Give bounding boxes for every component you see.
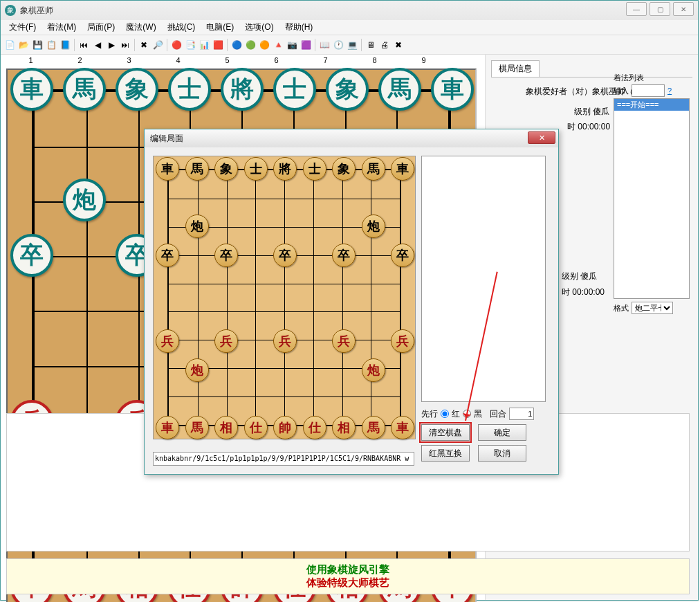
piece[interactable]: 炮 — [185, 215, 209, 238]
menu-help[interactable]: 帮助(H) — [279, 20, 319, 35]
piece[interactable]: 馬 — [185, 416, 209, 439]
turn-spinner[interactable] — [509, 408, 534, 420]
toolbar-button[interactable]: ⏮ — [77, 39, 90, 51]
piece[interactable]: 卒 — [156, 244, 179, 267]
piece[interactable]: 仕 — [244, 416, 268, 439]
piece[interactable]: 車 — [156, 157, 179, 181]
toolbar-button[interactable]: 🟢 — [244, 39, 257, 51]
toolbar-button[interactable]: 💾 — [31, 39, 44, 51]
clear-board-button[interactable]: 清空棋盘 — [421, 424, 470, 441]
fen-input[interactable]: knbakabnr/9/1c5c1/p1p1p1p1p/9/9/P1P1P1P1… — [153, 452, 414, 466]
piece[interactable]: 兵 — [214, 329, 238, 353]
piece[interactable]: 馬 — [63, 68, 106, 111]
toolbar-button[interactable]: 🔎 — [151, 39, 164, 51]
piece[interactable]: 卒 — [10, 234, 53, 277]
menu-move[interactable]: 着法(M) — [42, 20, 82, 35]
piece[interactable]: 車 — [431, 68, 474, 111]
cancel-button[interactable]: 取消 — [478, 445, 526, 462]
toolbar-button[interactable]: 🟠 — [258, 39, 270, 51]
piece[interactable]: 士 — [273, 68, 316, 111]
piece[interactable]: 車 — [10, 68, 53, 111]
toolbar-button[interactable]: ✖ — [392, 39, 405, 51]
piece[interactable]: 士 — [168, 68, 211, 111]
toolbar-button[interactable]: ⏭ — [119, 39, 131, 51]
toolbar-button[interactable]: 🖥 — [365, 39, 377, 51]
piece[interactable]: 兵 — [391, 329, 414, 353]
piece[interactable]: 象 — [214, 157, 238, 181]
menu-position[interactable]: 局面(P) — [82, 20, 120, 35]
toolbar-button[interactable]: 🔺 — [272, 39, 284, 51]
ok-button[interactable]: 确定 — [478, 424, 526, 441]
piece[interactable]: 相 — [332, 416, 356, 439]
dialog-titlebar[interactable]: 编辑局面 ✕ — [145, 129, 558, 147]
menu-file[interactable]: 文件(F) — [3, 20, 42, 35]
toolbar-button[interactable]: 🖨 — [378, 39, 391, 51]
toolbar-button[interactable]: ✖ — [138, 39, 150, 51]
input-label: 输入 — [614, 86, 629, 96]
piece[interactable]: 卒 — [332, 244, 356, 267]
toolbar-button[interactable]: 📑 — [184, 39, 196, 51]
piece[interactable]: 炮 — [362, 358, 385, 382]
menu-options[interactable]: 选项(O) — [239, 20, 279, 35]
menu-magic[interactable]: 魔法(W) — [120, 20, 161, 35]
piece[interactable]: 兵 — [332, 329, 356, 353]
piece[interactable]: 馬 — [362, 157, 385, 181]
piece[interactable]: 車 — [391, 157, 414, 181]
toolbar-button[interactable]: 💻 — [346, 39, 358, 51]
piece[interactable]: 象 — [116, 68, 158, 111]
piece[interactable]: 士 — [244, 157, 268, 181]
piece[interactable]: 將 — [221, 68, 264, 111]
minimize-button[interactable]: — — [626, 2, 647, 16]
piece[interactable]: 炮 — [63, 179, 106, 221]
piece[interactable]: 相 — [214, 416, 238, 439]
swap-colors-button[interactable]: 红黑互换 — [421, 445, 470, 462]
radio-red[interactable] — [441, 410, 449, 418]
piece[interactable]: 卒 — [214, 244, 238, 267]
toolbar-button[interactable]: 📄 — [3, 39, 16, 51]
piece[interactable]: 將 — [273, 157, 297, 181]
menu-computer[interactable]: 电脑(E) — [201, 20, 239, 35]
toolbar-button[interactable]: 📖 — [318, 39, 331, 51]
piece[interactable]: 兵 — [156, 329, 179, 353]
ad-banner[interactable]: 使用象棋旋风引擎 体验特级大师棋艺 — [6, 558, 690, 594]
piece[interactable]: 帥 — [273, 416, 297, 439]
piece[interactable]: 象 — [332, 157, 356, 181]
toolbar-button[interactable]: 🟪 — [300, 39, 312, 51]
toolbar-button[interactable]: ◀ — [91, 39, 104, 51]
close-button[interactable]: ✕ — [673, 2, 694, 16]
toolbar-button[interactable]: 📂 — [17, 39, 30, 51]
maximize-button[interactable]: ▢ — [650, 2, 670, 16]
piece[interactable]: 卒 — [273, 244, 297, 267]
piece[interactable]: 炮 — [185, 358, 209, 382]
tab-game-info[interactable]: 棋局信息 — [491, 60, 540, 77]
piece[interactable]: 車 — [156, 416, 179, 439]
piece[interactable]: 馬 — [362, 416, 385, 439]
toolbar-button[interactable]: 🟥 — [212, 39, 224, 51]
piece[interactable]: 馬 — [185, 157, 209, 181]
help-link[interactable]: ? — [667, 86, 672, 95]
piece[interactable]: 卒 — [391, 244, 414, 267]
toolbar-button[interactable]: 📷 — [286, 39, 298, 51]
toolbar-button[interactable]: 🔴 — [170, 39, 183, 51]
move-start-marker[interactable]: ===开始=== — [614, 99, 689, 111]
toolbar-button[interactable]: 📊 — [198, 39, 210, 51]
piece[interactable]: 馬 — [378, 68, 421, 111]
piece[interactable]: 炮 — [362, 215, 385, 238]
dialog-piece-palette[interactable] — [421, 156, 546, 402]
toolbar-button[interactable]: 📋 — [45, 39, 57, 51]
move-list[interactable]: ===开始=== — [614, 98, 690, 299]
piece[interactable]: 兵 — [273, 329, 297, 353]
piece[interactable]: 象 — [326, 68, 369, 111]
menu-challenge[interactable]: 挑战(C) — [162, 20, 201, 35]
piece[interactable]: 車 — [391, 416, 414, 439]
toolbar-button[interactable]: 📘 — [59, 39, 71, 51]
toolbar-button[interactable]: ▶ — [105, 39, 118, 51]
piece[interactable]: 仕 — [303, 416, 326, 439]
toolbar-button[interactable]: 🔵 — [230, 39, 243, 51]
format-select[interactable]: 炮二平七 — [632, 302, 673, 314]
mini-board[interactable]: 車馬象士將士象馬車炮炮卒卒卒卒卒兵兵兵兵兵炮炮車馬相仕帥仕相馬車 — [153, 156, 416, 439]
piece[interactable]: 士 — [303, 157, 326, 181]
dialog-close-button[interactable]: ✕ — [528, 131, 555, 144]
move-input[interactable] — [632, 84, 665, 97]
toolbar-button[interactable]: 🕐 — [332, 39, 344, 51]
